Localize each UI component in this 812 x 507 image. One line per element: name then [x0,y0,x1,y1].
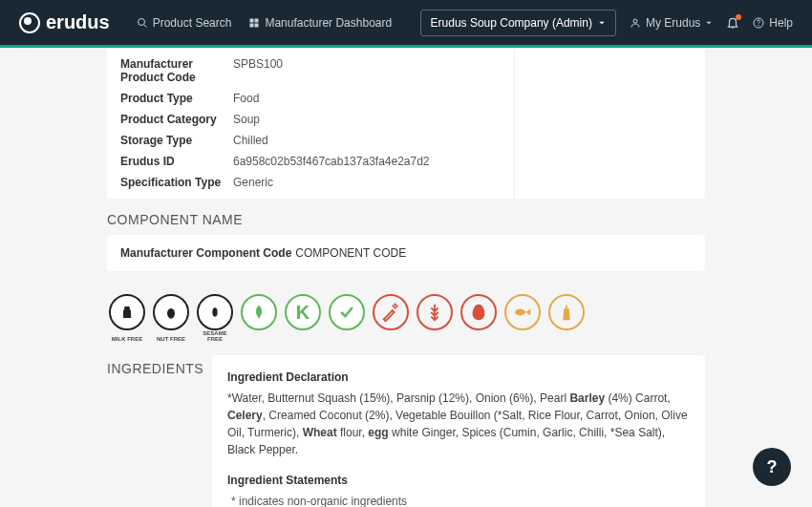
detail-value: 6a958c02b53f467cab137a3fa4e2a7d2 [233,155,430,168]
detail-value: Generic [233,176,273,189]
fish-allergen-icon [504,294,541,330]
component-code-card: Manufacturer Component Code COMPONENT CO… [107,235,705,271]
nut-free-badge-icon: NUT FREE [153,294,189,330]
detail-value: SPBS100 [233,57,283,84]
svg-point-6 [633,19,637,23]
brand-text: erudus [46,11,110,33]
ingredient-statements-heading: Ingredient Statements [227,472,690,489]
chevron-down-icon [705,19,713,27]
detail-value: Soup [233,113,260,126]
detail-row: Specification TypeGeneric [107,172,514,193]
detail-row: Product CategorySoup [107,109,514,130]
svg-rect-5 [255,23,259,27]
help-link[interactable]: Help [753,16,793,30]
help-icon [753,17,764,29]
chevron-down-icon [598,19,606,27]
detail-row: Product TypeFood [107,88,514,109]
top-navbar: erudus Product Search Manufacturer Dashb… [0,0,812,48]
nav-manufacturer-dashboard[interactable]: Manufacturer Dashboard [248,16,392,30]
detail-label: Specification Type [120,176,233,189]
component-name-title: COMPONENT NAME [107,212,705,227]
detail-row: Manufacturer Product CodeSPBS100 [107,53,514,88]
kosher-badge-icon: K [285,294,321,330]
gluten-allergen-icon [417,294,453,330]
carrot-allergen-icon [373,294,409,330]
nav-product-search[interactable]: Product Search [137,16,232,30]
help-fab-button[interactable]: ? [753,448,791,486]
suitable-badge-1-icon [241,294,277,330]
egg-allergen-icon [460,294,497,330]
logo-mark-icon [19,12,40,33]
product-details-card: Manufacturer Product CodeSPBS100Product … [107,48,705,199]
dietary-badges-row: MILK FREE NUT FREE SESAME FREE K [107,285,705,334]
notification-dot-icon [736,14,741,20]
detail-label: Manufacturer Product Code [120,57,233,84]
svg-line-1 [143,24,146,27]
mustard-allergen-icon [548,294,585,330]
detail-row: Erudus ID6a958c02b53f467cab137a3fa4e2a7d… [107,151,514,172]
detail-label: Storage Type [120,134,233,147]
ingredients-title: INGREDIENTS [107,361,193,376]
component-code-label: Manufacturer Component Code [120,246,292,260]
detail-row: Storage TypeChilled [107,130,514,151]
detail-label: Product Type [120,92,233,105]
svg-point-9 [167,308,175,319]
ingredient-declaration-heading: Ingredient Declaration [227,369,690,386]
dashboard-icon [248,17,260,29]
sesame-free-badge-icon: SESAME FREE [197,294,233,330]
svg-rect-3 [255,18,259,22]
ingredient-declaration-text: *Water, Butternut Squash (15%), Parsnip … [227,390,690,458]
detail-label: Erudus ID [120,155,233,168]
svg-rect-2 [250,18,254,22]
notifications-button[interactable] [726,16,739,30]
svg-point-10 [212,307,217,316]
detail-label: Product Category [120,113,233,126]
svg-rect-4 [250,23,254,27]
ingredients-card: Ingredient Declaration *Water, Butternut… [212,355,705,507]
svg-point-8 [759,25,759,26]
detail-value: Food [233,92,259,105]
component-code-value: COMPONENT CODE [295,246,406,260]
ingredient-statements-note: * indicates non-organic ingredients [227,493,690,507]
user-icon [630,17,641,29]
detail-value: Chilled [233,134,268,147]
certified-badge-icon [329,294,365,330]
milk-free-badge-icon: MILK FREE [109,294,145,330]
brand-logo[interactable]: erudus [19,11,110,33]
my-erudus-link[interactable]: My Erudus [630,16,713,30]
svg-point-0 [138,18,144,25]
company-selector[interactable]: Erudus Soup Company (Admin) [420,10,616,36]
search-icon [137,17,148,29]
